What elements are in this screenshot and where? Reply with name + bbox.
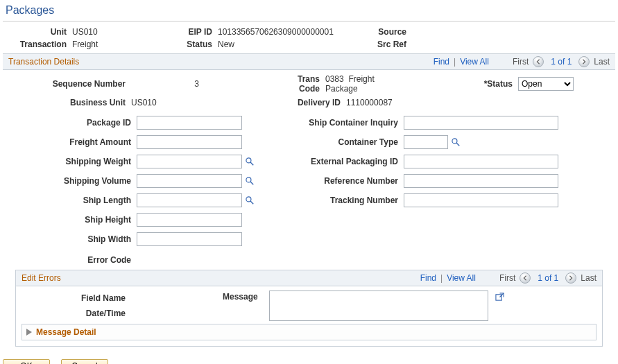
unit-label: Unit — [3, 27, 72, 37]
sequence-number-label: Sequence Number — [3, 79, 131, 89]
shipping-weight-input[interactable] — [137, 155, 242, 168]
view-all-link[interactable]: View All — [447, 273, 476, 283]
delivery-id-label: Delivery ID — [284, 98, 346, 107]
eip-id-value: 1013356570626309000000001 — [218, 27, 363, 37]
popout-icon[interactable] — [495, 292, 505, 302]
svg-rect-8 — [496, 294, 501, 300]
transaction-details-title: Transaction Details — [8, 57, 79, 67]
transaction-details-bar: Transaction Details Find | View All Firs… — [3, 53, 615, 70]
svg-point-6 — [452, 139, 457, 144]
ship-width-label: Ship Width — [3, 234, 137, 244]
transaction-value: Freight — [72, 40, 162, 49]
message-detail-row[interactable]: Message Detail — [22, 324, 596, 340]
business-unit-value: US010 — [131, 98, 214, 107]
shipping-weight-label: Shipping Weight — [3, 157, 137, 166]
header-status-value: New — [218, 40, 363, 49]
row-counter: 1 of 1 — [548, 57, 574, 67]
svg-line-5 — [250, 201, 253, 204]
transaction-label: Transaction — [3, 40, 72, 49]
ship-container-inquiry-label: Ship Container Inquiry — [266, 118, 404, 128]
ship-length-label: Ship Length — [3, 196, 137, 205]
header-status-label: Status — [162, 40, 218, 49]
container-type-input[interactable] — [404, 135, 448, 149]
delivery-id-value: 1110000087 — [346, 98, 422, 107]
container-type-label: Container Type — [266, 137, 404, 147]
svg-line-7 — [456, 143, 459, 146]
find-link[interactable]: Find — [420, 273, 436, 283]
trans-code-value: 0383 Freight Package — [325, 74, 402, 94]
header-block: Unit US010 EIP ID 1013356570626309000000… — [0, 27, 618, 53]
svg-line-1 — [250, 162, 253, 165]
message-detail-title: Message Detail — [36, 327, 96, 337]
tracking-number-label: Tracking Number — [266, 196, 404, 205]
business-unit-label: Business Unit — [3, 98, 131, 107]
ship-container-inquiry-input[interactable] — [404, 116, 558, 130]
expand-triangle-icon[interactable] — [26, 329, 32, 336]
last-label: Last — [594, 57, 610, 67]
ship-length-input[interactable] — [137, 193, 242, 207]
row-counter: 1 of 1 — [535, 273, 561, 283]
transaction-details-body: Sequence Number 3 Trans Code 0383 Freigh… — [0, 70, 618, 355]
ship-height-label: Ship Height — [3, 215, 137, 225]
unit-value: US010 — [72, 27, 162, 37]
details-bar-controls: Find | View All First 1 of 1 Last — [434, 56, 610, 67]
prev-arrow-icon[interactable] — [533, 56, 544, 67]
cancel-button[interactable]: Cancel — [61, 359, 108, 364]
next-arrow-icon[interactable] — [578, 56, 590, 67]
field-name-label: Field Name — [22, 293, 131, 303]
status-field-label: *Status — [477, 79, 518, 89]
source-label: Source — [363, 27, 412, 37]
error-code-label: Error Code — [3, 255, 137, 265]
lookup-icon[interactable] — [245, 176, 255, 186]
lookup-icon[interactable] — [451, 137, 461, 147]
next-arrow-icon[interactable] — [565, 272, 576, 284]
find-link[interactable]: Find — [434, 57, 449, 67]
edit-errors-box: Edit Errors Find | View All First 1 of 1… — [15, 270, 603, 347]
message-label: Message — [223, 291, 262, 321]
view-all-link[interactable]: View All — [460, 57, 489, 67]
status-select[interactable]: Open — [518, 77, 574, 91]
svg-point-4 — [246, 197, 251, 202]
edit-errors-title: Edit Errors — [22, 273, 61, 283]
last-label: Last — [581, 273, 596, 283]
eip-id-label: EIP ID — [162, 27, 218, 37]
trans-code-label: Trans Code — [284, 74, 325, 94]
sequence-number-value: 3 — [131, 79, 214, 89]
src-ref-label: Src Ref — [363, 40, 412, 49]
page-title: Packages — [3, 0, 615, 21]
svg-line-3 — [250, 182, 253, 184]
message-textarea[interactable] — [269, 291, 488, 321]
package-id-label: Package ID — [3, 118, 137, 128]
ship-width-input[interactable] — [137, 232, 242, 246]
shipping-volume-input[interactable] — [137, 174, 242, 188]
date-time-label: Date/Time — [22, 309, 131, 318]
shipping-volume-label: Shipping Volume — [3, 176, 137, 186]
external-packaging-id-label: External Packaging ID — [266, 157, 404, 166]
first-label: First — [499, 273, 515, 283]
prev-arrow-icon[interactable] — [520, 272, 531, 284]
ok-button[interactable]: OK — [3, 359, 50, 364]
freight-amount-input[interactable] — [137, 135, 242, 149]
svg-point-2 — [246, 177, 251, 182]
svg-point-0 — [246, 158, 251, 163]
tracking-number-input[interactable] — [404, 193, 558, 207]
lookup-icon[interactable] — [245, 196, 255, 205]
divider: | — [454, 57, 456, 67]
freight-amount-label: Freight Amount — [3, 137, 137, 147]
external-packaging-id-input[interactable] — [404, 155, 558, 168]
divider: | — [440, 273, 443, 283]
package-id-input[interactable] — [137, 116, 242, 130]
first-label: First — [513, 57, 529, 67]
reference-number-label: Reference Number — [266, 176, 404, 186]
lookup-icon[interactable] — [245, 157, 255, 166]
ship-height-input[interactable] — [137, 213, 242, 227]
reference-number-input[interactable] — [404, 174, 558, 188]
